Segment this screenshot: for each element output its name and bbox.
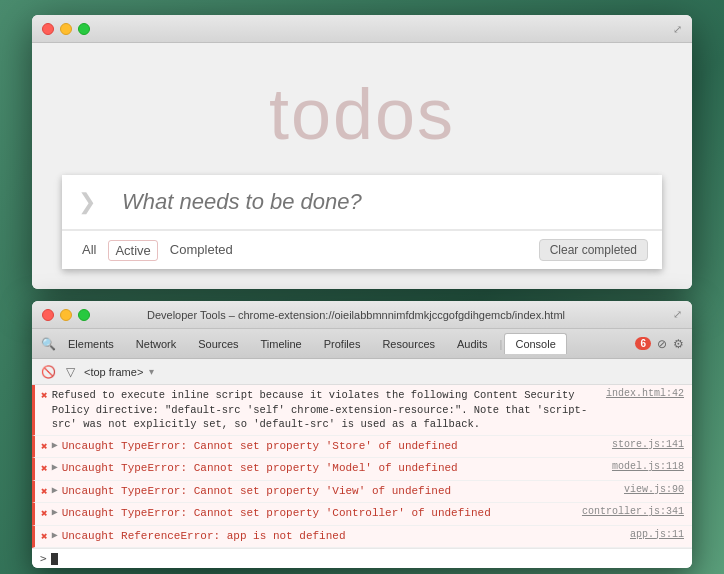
- todo-input-area: ❯: [62, 175, 662, 230]
- app-window: ⤢ todos ❯ All Active Completed Clear com…: [32, 15, 692, 289]
- toggle-all-button[interactable]: ❯: [62, 179, 112, 225]
- console-text-store: Uncaught TypeError: Cannot set property …: [62, 439, 600, 454]
- expand-arrow-5[interactable]: ▶: [52, 529, 58, 541]
- clear-console-icon[interactable]: ⊘: [657, 337, 667, 351]
- expand-arrow-1[interactable]: ▶: [52, 439, 58, 451]
- console-location-controller[interactable]: controller.js:341: [582, 506, 684, 517]
- console-message-store: ✖ ▶ Uncaught TypeError: Cannot set prope…: [32, 436, 692, 458]
- devtools-console: ✖ Refused to execute inline script becau…: [32, 385, 692, 568]
- traffic-lights: [42, 23, 90, 35]
- expand-arrow-2[interactable]: ▶: [52, 461, 58, 473]
- devtools-tab-bar: 🔍 Elements Network Sources Timeline Prof…: [32, 329, 692, 359]
- console-prompt-symbol: >: [40, 552, 47, 565]
- tab-resources[interactable]: Resources: [372, 334, 445, 354]
- console-input-line: >: [32, 548, 692, 568]
- devtools-expand-icon[interactable]: ⤢: [673, 308, 682, 321]
- console-text-controller: Uncaught TypeError: Cannot set property …: [62, 506, 570, 521]
- devtools-tabs-right: 6 ⊘ ⚙: [635, 337, 684, 351]
- console-location-store[interactable]: store.js:141: [612, 439, 684, 450]
- console-text-security: Refused to execute inline script because…: [52, 388, 594, 432]
- tab-network[interactable]: Network: [126, 334, 186, 354]
- filter-icon[interactable]: ▽: [62, 364, 78, 380]
- tab-profiles[interactable]: Profiles: [314, 334, 371, 354]
- todo-main-panel: ❯ All Active Completed Clear completed: [62, 175, 662, 269]
- error-icon-0: ✖: [41, 389, 48, 402]
- tab-sources[interactable]: Sources: [188, 334, 248, 354]
- error-icon-5: ✖: [41, 530, 48, 543]
- console-message-security: ✖ Refused to execute inline script becau…: [32, 385, 692, 436]
- filter-completed-link[interactable]: Completed: [164, 240, 239, 261]
- console-text-app: Uncaught ReferenceError: app is not defi…: [62, 529, 618, 544]
- app-title-bar: ⤢: [32, 15, 692, 43]
- expand-arrow-4[interactable]: ▶: [52, 506, 58, 518]
- error-icon-3: ✖: [41, 485, 48, 498]
- console-message-controller: ✖ ▶ Uncaught TypeError: Cannot set prope…: [32, 503, 692, 525]
- console-cursor: [51, 553, 58, 565]
- error-icon-2: ✖: [41, 462, 48, 475]
- error-count-badge: 6: [635, 337, 651, 350]
- console-message-app: ✖ ▶ Uncaught ReferenceError: app is not …: [32, 526, 692, 548]
- error-icon-1: ✖: [41, 440, 48, 453]
- tab-separator: |: [500, 338, 503, 350]
- console-message-view: ✖ ▶ Uncaught TypeError: Cannot set prope…: [32, 481, 692, 503]
- console-message-model: ✖ ▶ Uncaught TypeError: Cannot set prope…: [32, 458, 692, 480]
- frame-dropdown-icon[interactable]: ▾: [149, 366, 154, 377]
- close-button[interactable]: [42, 23, 54, 35]
- app-content: todos ❯ All Active Completed Clear compl…: [32, 43, 692, 289]
- devtools-toolbar: 🚫 ▽ <top frame> ▾: [32, 359, 692, 385]
- frame-selector[interactable]: <top frame>: [84, 366, 143, 378]
- search-icon[interactable]: 🔍: [40, 336, 56, 352]
- app-title: todos: [32, 63, 692, 175]
- console-location-app[interactable]: app.js:11: [630, 529, 684, 540]
- prohibit-icon[interactable]: 🚫: [40, 364, 56, 380]
- tab-audits[interactable]: Audits: [447, 334, 498, 354]
- maximize-button[interactable]: [78, 23, 90, 35]
- filter-active-link[interactable]: Active: [108, 240, 157, 261]
- console-settings-icon[interactable]: ⚙: [673, 337, 684, 351]
- tab-console[interactable]: Console: [504, 333, 566, 354]
- console-text-view: Uncaught TypeError: Cannot set property …: [62, 484, 612, 499]
- devtools-title-text: Developer Tools – chrome-extension://oie…: [32, 309, 682, 321]
- clear-completed-button[interactable]: Clear completed: [539, 239, 648, 261]
- console-text-model: Uncaught TypeError: Cannot set property …: [62, 461, 600, 476]
- footer-filters: All Active Completed: [76, 240, 239, 261]
- error-icon-4: ✖: [41, 507, 48, 520]
- minimize-button[interactable]: [60, 23, 72, 35]
- todo-input[interactable]: [112, 175, 662, 229]
- tab-elements[interactable]: Elements: [58, 334, 124, 354]
- todo-footer: All Active Completed Clear completed: [62, 230, 662, 269]
- console-location-view[interactable]: view.js:90: [624, 484, 684, 495]
- devtools-window: Developer Tools – chrome-extension://oie…: [32, 301, 692, 568]
- filter-all-link[interactable]: All: [76, 240, 102, 261]
- console-location-0[interactable]: index.html:42: [606, 388, 684, 399]
- console-location-model[interactable]: model.js:118: [612, 461, 684, 472]
- devtools-title-bar: Developer Tools – chrome-extension://oie…: [32, 301, 692, 329]
- expand-icon[interactable]: ⤢: [673, 22, 682, 35]
- tab-timeline[interactable]: Timeline: [251, 334, 312, 354]
- expand-arrow-3[interactable]: ▶: [52, 484, 58, 496]
